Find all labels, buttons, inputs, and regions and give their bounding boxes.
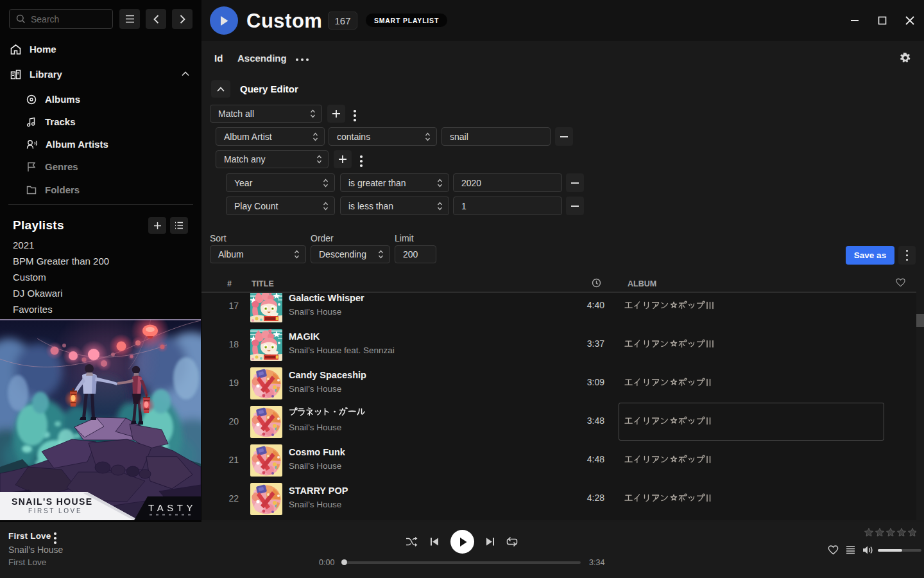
svg-text:TASTY: TASTY (148, 502, 196, 513)
svg-text:FIRST LOVE: FIRST LOVE (28, 507, 82, 514)
svg-text:SNAIL'S HOUSE: SNAIL'S HOUSE (12, 496, 93, 507)
